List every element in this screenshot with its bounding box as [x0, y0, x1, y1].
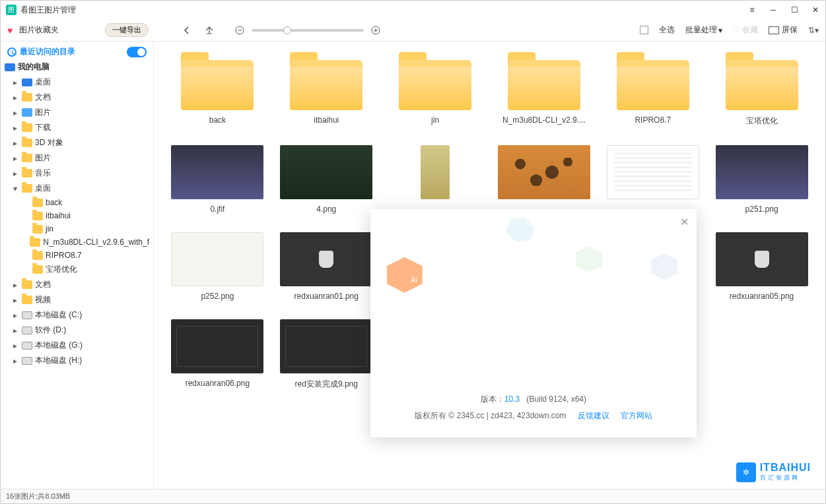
tree-item[interactable]: ▸桌面	[1, 75, 153, 90]
disk-icon	[22, 327, 32, 334]
sidebar: 最近访问的目录 我的电脑 ▸桌面▸文档▸图片▸下载▸3D 对象▸图片▸音乐▾桌面…	[1, 42, 154, 490]
collapse-icon[interactable]: ▾	[11, 184, 19, 193]
tree-item[interactable]: ▸图片	[1, 105, 153, 120]
titlebar: 图 看图王图片管理 ≡ ─ ☐ ✕	[1, 1, 825, 19]
minimize-button[interactable]: ─	[769, 5, 778, 15]
file-item[interactable]: red安装完成9.png	[279, 319, 374, 390]
screensaver-button[interactable]: 屏保	[769, 24, 798, 36]
app-icon: 图	[6, 5, 17, 15]
file-item[interactable]: 0.jfif	[170, 145, 265, 214]
thumbnail	[498, 145, 590, 199]
favorites-label[interactable]: 图片收藏夹	[19, 24, 59, 36]
tree-item[interactable]: ▸文档	[1, 90, 153, 105]
folder-item[interactable]: RIPRO8.7	[605, 52, 701, 127]
tree-item[interactable]: itbaihui	[1, 209, 153, 222]
expand-icon[interactable]: ▸	[11, 154, 19, 163]
batch-process-button[interactable]: 批量处理 ▾	[685, 24, 722, 36]
zoom-in-icon[interactable]	[370, 25, 381, 36]
item-label: itbaihui	[314, 115, 339, 125]
file-item[interactable]	[605, 145, 701, 214]
file-item[interactable]: p252.png	[170, 232, 265, 301]
tree-item[interactable]: RIPRO8.7	[1, 249, 153, 262]
tree-item[interactable]: 宝塔优化	[1, 262, 153, 277]
folder-item[interactable]: 宝塔优化	[714, 52, 809, 127]
folder-item[interactable]: N_m3u8DL-CLI_v2.9....	[496, 52, 592, 127]
watermark-icon: ✲	[736, 462, 756, 482]
zoom-slider[interactable]	[252, 29, 364, 32]
tree-item[interactable]: ▸图片	[1, 150, 153, 166]
expand-icon[interactable]: ▸	[11, 139, 19, 148]
expand-icon[interactable]: ▸	[11, 311, 19, 320]
file-item[interactable]	[496, 145, 592, 214]
tree-item-label: 本地磁盘 (G:)	[35, 340, 83, 351]
folder-item[interactable]: back	[170, 52, 265, 127]
thumbnail	[171, 145, 263, 199]
tree-item[interactable]: ▸本地磁盘 (G:)	[1, 338, 153, 353]
item-label: p252.png	[201, 292, 234, 301]
tree-item[interactable]: ▸视频	[1, 292, 153, 307]
tree-item-label: 桌面	[35, 77, 51, 88]
expand-icon[interactable]: ▸	[11, 341, 19, 350]
file-item[interactable]: redxuanran06.png	[170, 319, 265, 390]
expand-icon[interactable]: ▸	[11, 296, 19, 305]
file-item[interactable]: redxuanran05.png	[714, 232, 809, 301]
tree-item[interactable]: ▸3D 对象	[1, 135, 153, 150]
tree-item[interactable]: ▾桌面	[1, 181, 153, 196]
recent-dirs-label[interactable]: 最近访问的目录	[20, 46, 75, 57]
expand-icon[interactable]: ▸	[11, 356, 19, 365]
status-text: 16张图片;共8.03MB	[6, 491, 70, 501]
tree-item-label: 视频	[35, 294, 51, 305]
expand-icon[interactable]: ▸	[11, 326, 19, 335]
tree-item[interactable]: ▸文档	[1, 277, 153, 292]
zoom-out-icon[interactable]	[234, 25, 245, 36]
monitor-icon	[22, 79, 32, 86]
tree-item-label: jin	[46, 224, 53, 234]
tree-item[interactable]: ▸下载	[1, 120, 153, 135]
file-item[interactable]: p251.png	[714, 145, 809, 214]
tree-item-label: back	[46, 198, 62, 207]
official-site-link[interactable]: 官方网站	[621, 411, 652, 420]
sort-icon[interactable]: ⇅▾	[808, 26, 819, 35]
thumbnail	[280, 232, 372, 286]
expand-icon[interactable]: ▸	[11, 169, 19, 178]
folder-icon	[22, 280, 32, 289]
tree-item-label: 3D 对象	[35, 137, 63, 148]
menu-icon[interactable]: ≡	[747, 5, 757, 15]
tree-item[interactable]: jin	[1, 222, 153, 236]
tree-item[interactable]: N_m3u8DL-CLI_v2.9.6_with_f	[1, 236, 153, 249]
export-button[interactable]: 一键导出	[105, 23, 149, 37]
file-item[interactable]: 4.png	[279, 145, 374, 214]
file-item[interactable]: redxuanran01.png	[279, 232, 374, 301]
expand-icon[interactable]: ▸	[11, 108, 19, 117]
version-label: 版本：	[481, 394, 504, 404]
tree-item[interactable]: ▸本地磁盘 (H:)	[1, 353, 153, 368]
tree-item[interactable]: ▸音乐	[1, 166, 153, 181]
folder-icon	[617, 52, 689, 110]
back-icon[interactable]	[182, 25, 192, 36]
tree-item[interactable]: back	[1, 196, 153, 209]
expand-icon[interactable]: ▸	[11, 123, 19, 133]
select-all-label[interactable]: 全选	[659, 24, 675, 36]
copyright-text: 版权所有 © 2345.cc | zd423, 423down.com	[415, 411, 566, 420]
recent-toggle[interactable]	[127, 47, 147, 57]
expand-icon[interactable]: ▸	[11, 280, 19, 290]
file-item[interactable]	[388, 145, 483, 214]
app-title: 看图王图片管理	[20, 5, 76, 16]
favorite-button[interactable]: ♡ 收藏	[733, 24, 758, 36]
item-label: red安装完成9.png	[295, 379, 358, 390]
thumbnail	[171, 319, 263, 373]
tree-item[interactable]: ▸本地磁盘 (C:)	[1, 307, 153, 323]
up-icon[interactable]	[204, 25, 215, 36]
expand-icon[interactable]: ▸	[11, 78, 19, 87]
folder-item[interactable]: itbaihui	[279, 52, 374, 127]
close-button[interactable]: ✕	[811, 5, 820, 15]
feedback-link[interactable]: 反馈建议	[578, 411, 609, 420]
folder-item[interactable]: jin	[388, 52, 483, 127]
folder-icon	[22, 296, 32, 304]
tree-my-computer[interactable]: 我的电脑	[1, 59, 153, 75]
maximize-button[interactable]: ☐	[790, 5, 799, 15]
tree-item[interactable]: ▸软件 (D:)	[1, 323, 153, 338]
select-all-checkbox[interactable]	[640, 26, 648, 34]
expand-icon[interactable]: ▸	[11, 93, 19, 102]
about-dialog: ✕ 版本：10.3 (Build 9124, x64) 版权所有 © 2345.…	[370, 209, 697, 437]
